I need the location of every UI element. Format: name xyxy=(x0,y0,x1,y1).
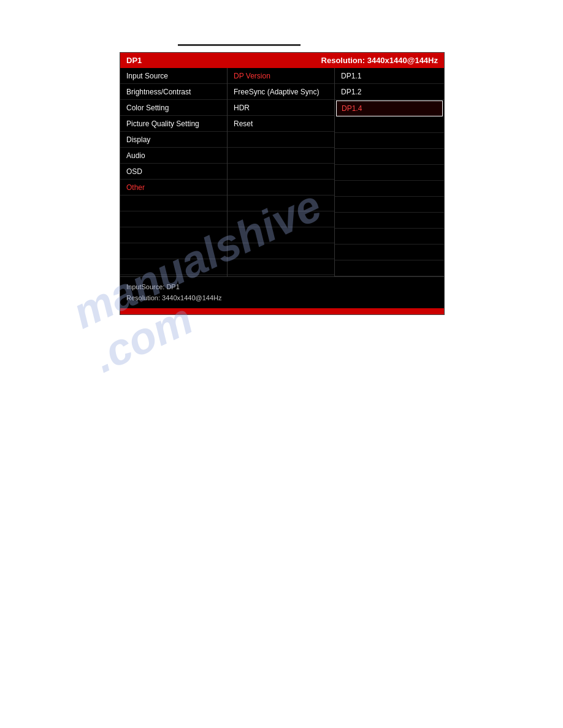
footer-resolution: Resolution: 3440x1440@144Hz xyxy=(126,293,438,304)
sub-empty-row-6 xyxy=(228,211,334,227)
submenu-item-freesync[interactable]: FreeSync (Adaptive Sync) xyxy=(228,84,334,100)
menu-item-color-setting[interactable]: Color Setting xyxy=(120,100,227,116)
sub-empty-row-3 xyxy=(228,164,334,180)
osd-footer: InputSource: DP1 Resolution: 3440x1440@1… xyxy=(120,276,444,308)
empty-row-2 xyxy=(120,211,227,227)
sub-empty-row-1 xyxy=(228,132,334,148)
values-column: DP1.1 DP1.2 DP1.4 xyxy=(335,68,444,276)
val-empty-row-7 xyxy=(335,213,444,229)
val-empty-row-9 xyxy=(335,245,444,260)
submenu-item-reset[interactable]: Reset xyxy=(228,116,334,132)
menu-item-input-source[interactable]: Input Source xyxy=(120,68,227,84)
osd-bottom-bar xyxy=(120,308,444,314)
sub-empty-row-7 xyxy=(228,227,334,243)
page-background: manualshive .com DP1 Resolution: 3440x14… xyxy=(0,0,563,728)
val-empty-row-10 xyxy=(335,260,444,276)
menu-item-display[interactable]: Display xyxy=(120,132,227,148)
sub-empty-row-9 xyxy=(228,259,334,275)
sub-empty-row-4 xyxy=(228,180,334,195)
menu-item-other[interactable]: Other xyxy=(120,180,227,195)
val-empty-row-1 xyxy=(335,117,444,133)
menu-item-picture-quality[interactable]: Picture Quality Setting xyxy=(120,116,227,132)
menu-item-brightness-contrast[interactable]: Brightness/Contrast xyxy=(120,84,227,100)
empty-row-4 xyxy=(120,243,227,259)
submenu-column: DP Version FreeSync (Adaptive Sync) HDR … xyxy=(228,68,335,276)
empty-row-1 xyxy=(120,195,227,211)
submenu-item-dp-version[interactable]: DP Version xyxy=(228,68,334,84)
sub-empty-row-8 xyxy=(228,243,334,259)
footer-input-source: InputSource: DP1 xyxy=(126,282,438,293)
val-empty-row-5 xyxy=(335,181,444,197)
osd-title: DP1 xyxy=(126,56,142,65)
osd-resolution: Resolution: 3440x1440@144Hz xyxy=(321,56,438,65)
top-decorative-line xyxy=(178,44,301,46)
empty-row-3 xyxy=(120,227,227,243)
sub-empty-row-5 xyxy=(228,195,334,211)
menu-item-audio[interactable]: Audio xyxy=(120,148,227,164)
menu-item-osd[interactable]: OSD xyxy=(120,164,227,180)
main-menu-column: Input Source Brightness/Contrast Color S… xyxy=(120,68,228,276)
value-dp14-selected[interactable]: DP1.4 xyxy=(336,100,443,116)
osd-header: DP1 Resolution: 3440x1440@144Hz xyxy=(120,53,444,68)
empty-row-5 xyxy=(120,259,227,275)
val-empty-row-2 xyxy=(335,133,444,149)
osd-menu: DP1 Resolution: 3440x1440@144Hz Input So… xyxy=(120,52,445,315)
submenu-item-hdr[interactable]: HDR xyxy=(228,100,334,116)
sub-empty-row-2 xyxy=(228,148,334,164)
val-empty-row-3 xyxy=(335,149,444,165)
val-empty-row-8 xyxy=(335,229,444,245)
value-dp11[interactable]: DP1.1 xyxy=(335,68,444,84)
osd-content-area: Input Source Brightness/Contrast Color S… xyxy=(120,68,444,276)
value-dp12[interactable]: DP1.2 xyxy=(335,84,444,100)
val-empty-row-6 xyxy=(335,197,444,213)
val-empty-row-4 xyxy=(335,165,444,181)
